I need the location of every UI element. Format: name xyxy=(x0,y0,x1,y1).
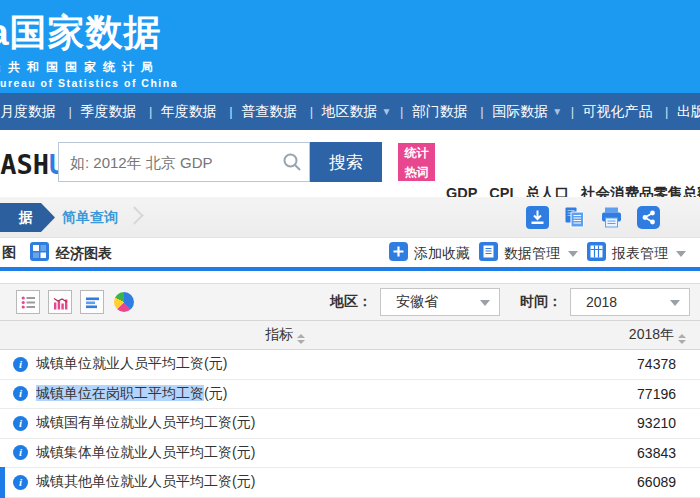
tab-bar: 图 经济图表 添加收藏 数据管理 xyxy=(0,238,700,271)
indicator-label: 城镇单位在岗职工平均工资(元) xyxy=(36,385,570,403)
list-view-icon[interactable] xyxy=(16,290,40,314)
search-icon[interactable] xyxy=(282,152,302,176)
pie-chart-view-icon[interactable] xyxy=(112,290,136,314)
add-favorite-button[interactable]: 添加收藏 xyxy=(389,242,470,265)
nav-item[interactable]: 可视化产品 xyxy=(562,103,656,121)
table-row[interactable]: i 城镇国有单位就业人员平均工资(元) 93210 xyxy=(0,409,700,439)
indicator-label: 城镇其他单位就业人员平均工资(元) xyxy=(36,473,570,491)
plus-icon xyxy=(389,242,408,265)
indicator-value: 66089 xyxy=(570,474,700,490)
nav-item[interactable]: 国际数据▼ xyxy=(472,103,562,121)
search-button[interactable]: 搜索 xyxy=(310,142,382,182)
indicator-value: 74378 xyxy=(570,356,700,372)
sort-icon xyxy=(297,334,305,344)
table-row[interactable]: i 城镇单位就业人员平均工资(元) 74378 xyxy=(0,350,700,380)
report-manage-menu[interactable]: 报表管理 xyxy=(587,242,686,265)
chevron-down-icon xyxy=(568,251,578,257)
breadcrumb-root-tab[interactable]: 据 xyxy=(0,203,55,232)
main-nav: 月度数据 季度数据 年度数据 普查数据 地区数据▼ 部门数据 国际数据▼ 可视化… xyxy=(0,93,700,130)
site-logo[interactable]: a国家数据 民共和国国家统计局 Bureau of Statistics of … xyxy=(0,8,178,89)
data-manage-menu[interactable]: 数据管理 xyxy=(479,242,578,265)
chevron-down-icon xyxy=(670,300,680,306)
print-icon[interactable] xyxy=(600,206,623,233)
region-filter: 地区： 安徽省 xyxy=(330,288,500,316)
grid-icon xyxy=(30,242,49,265)
search-input[interactable] xyxy=(58,142,310,182)
indicator-value: 77196 xyxy=(570,386,700,402)
tab-economic-charts[interactable]: 经济图表 xyxy=(30,242,112,265)
column-header-indicator[interactable]: 指标 xyxy=(0,326,570,344)
table-row[interactable]: i 城镇单位在岗职工平均工资(元) 77196 xyxy=(0,380,700,410)
nav-item[interactable]: 地区数据▼ xyxy=(301,103,391,121)
page: a国家数据 民共和国国家统计局 Bureau of Statistics of … xyxy=(0,0,700,498)
nav-item[interactable]: 普查数据 xyxy=(221,103,301,121)
document-icon xyxy=(479,242,498,265)
hot-words-badge: 统计热词 xyxy=(398,143,435,181)
copy-icon[interactable] xyxy=(563,206,586,233)
view-switcher xyxy=(16,290,136,314)
hbar-chart-view-icon[interactable] xyxy=(80,290,104,314)
chevron-down-icon xyxy=(676,251,686,257)
info-icon[interactable]: i xyxy=(13,475,28,490)
info-icon[interactable]: i xyxy=(13,416,28,431)
info-icon[interactable]: i xyxy=(13,357,28,372)
time-label: 时间： xyxy=(520,293,562,311)
breadcrumb-current[interactable]: 简单查询 xyxy=(62,197,118,238)
nav-item[interactable]: 月度数据 xyxy=(0,103,60,121)
table-action-icons xyxy=(526,206,660,233)
logo-org-en: Bureau of Statistics of China xyxy=(0,77,178,89)
indicator-label: 城镇集体单位就业人员平均工资(元) xyxy=(36,444,570,462)
tab-label: 经济图表 xyxy=(56,245,112,263)
nav-item[interactable]: 部门数据 xyxy=(391,103,471,121)
left-edge-accent-bar xyxy=(0,467,5,498)
indicator-value: 63843 xyxy=(570,445,700,461)
info-icon[interactable]: i xyxy=(13,386,28,401)
download-icon[interactable] xyxy=(526,206,549,233)
bar-chart-view-icon[interactable] xyxy=(48,290,72,314)
logo-title: a国家数据 xyxy=(0,8,178,58)
column-header-year[interactable]: 2018年 xyxy=(570,326,700,344)
indicator-value: 93210 xyxy=(570,415,700,431)
share-icon[interactable] xyxy=(637,206,660,233)
nav-item[interactable]: 季度数据 xyxy=(60,103,140,121)
nav-item[interactable]: 年度数据 xyxy=(140,103,220,121)
search-section: IASHU 搜索 统计热词 GDP CPI 总人口 社会消费品零售总额 粮食产量… xyxy=(0,130,700,197)
site-masthead: a国家数据 民共和国国家统计局 Bureau of Statistics of … xyxy=(0,0,700,93)
info-icon[interactable]: i xyxy=(13,445,28,460)
table-header: 指标 2018年 xyxy=(0,320,700,350)
breadcrumb-chevron-icon xyxy=(125,206,143,224)
time-filter: 时间： 2018 xyxy=(520,288,690,316)
filter-toolbar: 地区： 安徽省 时间： 2018 xyxy=(0,283,700,320)
table-row[interactable]: i 城镇集体单位就业人员平均工资(元) 63843 xyxy=(0,439,700,469)
table-row[interactable]: i 城镇其他单位就业人员平均工资(元) 66089 xyxy=(0,468,700,498)
tab-data-map-partial[interactable]: 图 xyxy=(2,244,16,262)
logo-org-cn: 民共和国国家统计局 xyxy=(0,59,178,76)
breadcrumb-bar: 据 简单查询 xyxy=(0,197,700,238)
chevron-down-icon: ▼ xyxy=(382,106,392,117)
time-dropdown[interactable]: 2018 xyxy=(570,288,690,316)
indicator-label: 城镇单位就业人员平均工资(元) xyxy=(36,355,570,373)
shuju-brand-logo: IASHU xyxy=(0,149,65,180)
indicator-table: 指标 2018年 i 城镇单位就业人员平均工资(元) 74378 i 城镇单位在… xyxy=(0,320,700,498)
table-icon xyxy=(587,242,606,265)
table-body: i 城镇单位就业人员平均工资(元) 74378 i 城镇单位在岗职工平均工资(元… xyxy=(0,350,700,498)
region-label: 地区： xyxy=(330,293,372,311)
nav-item[interactable]: 出版物 xyxy=(657,103,700,121)
region-dropdown[interactable]: 安徽省 xyxy=(380,288,500,316)
chevron-down-icon: ▼ xyxy=(552,106,562,117)
tab-actions: 添加收藏 数据管理 报表管理 xyxy=(389,242,686,265)
sort-icon xyxy=(678,334,686,344)
indicator-label: 城镇国有单位就业人员平均工资(元) xyxy=(36,414,570,432)
chevron-down-icon xyxy=(480,300,490,306)
